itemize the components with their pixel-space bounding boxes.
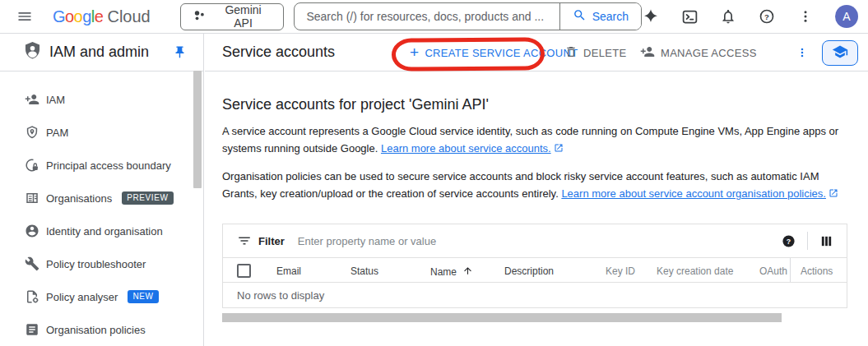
column-header-name-label: Name [430,266,457,278]
main-content: Service accounts for project 'Gemini API… [205,72,868,346]
manage-access-button-label: MANAGE ACCESS [661,47,757,59]
filter-help-icon[interactable]: ? [782,234,796,248]
org-policy-paragraph: Organisation policies can be used to sec… [222,168,854,203]
logo-letter: o [74,7,83,25]
sidebar-item-policy-troubleshooter[interactable]: Policy troubleshooter [0,247,203,280]
logo-letter: g [82,7,91,25]
global-search: Search [294,2,642,30]
horizontal-scrollbar-thumb[interactable] [222,313,782,322]
account-circle-icon [25,224,39,238]
horizontal-scrollbar [222,313,847,322]
more-vert-icon[interactable] [796,7,815,25]
content-header: Service accounts + CREATE SERVICE ACCOUN… [205,34,868,72]
intro-paragraph: A service account represents a Google Cl… [222,122,854,158]
topbar-actions: ? A [642,5,858,28]
header-more-vert-icon[interactable] [796,43,808,62]
logo-letter: G [53,7,65,25]
page-title: Service accounts [222,44,335,61]
avatar-letter: A [842,10,850,23]
project-name: Gemini API [215,3,272,30]
sidebar-item-pam[interactable]: PAM [0,116,203,149]
pin-icon[interactable] [173,45,187,59]
sidebar-item-label: Organisation policies [46,324,146,336]
search-button-label: Search [592,10,629,23]
filter-input[interactable] [298,235,782,247]
boundary-lock-icon [25,158,39,173]
manage-access-button[interactable]: MANAGE ACCESS [640,34,757,72]
project-selector[interactable]: Gemini API [180,3,285,30]
graduation-cap-icon [832,44,848,63]
column-header-description[interactable]: Description [504,265,554,277]
person-add-icon [25,92,39,107]
column-header-key-id[interactable]: Key ID [606,265,635,277]
sidebar-item-label: Policy analyser [46,291,118,303]
column-header-name[interactable]: Name [430,265,473,279]
trash-icon [564,45,578,61]
search-button[interactable]: Search [559,3,641,30]
sidebar-item-label: IAM [46,94,65,106]
column-header-status[interactable]: Status [350,265,378,277]
gemini-sparkle-icon[interactable] [642,7,660,25]
sidebar-header: IAM and admin [0,34,203,72]
header-column-divider [790,258,791,282]
notifications-bell-icon[interactable] [719,7,737,25]
organisation-icon [25,191,39,205]
sidebar-item-label: Organisations [46,192,112,205]
article-icon [25,322,39,337]
table-header-row: Email Status Name Description Key ID Key… [222,257,847,283]
sidebar-item-iam[interactable]: IAM [0,83,203,116]
plus-icon: + [410,44,419,60]
search-icon [573,8,587,25]
sidebar-item-organisations[interactable]: Organisations PREVIEW [0,182,203,215]
sidebar-item-label: PAM [46,127,68,139]
help-icon[interactable]: ? [758,7,776,25]
svg-text:?: ? [787,237,791,245]
column-header-actions: Actions [801,265,833,277]
top-app-bar: Google Cloud Gemini API Search ? [0,0,868,34]
account-avatar[interactable]: A [835,5,858,28]
filter-label: Filter [258,235,285,247]
filter-divider [807,232,808,250]
section-heading: Service accounts for project 'Gemini API… [222,96,489,113]
external-link-icon [554,141,564,158]
delete-button-label: DELETE [583,47,626,59]
sort-arrow-up-icon [462,265,473,279]
project-icon [193,8,207,25]
learn-more-org-policies-link[interactable]: Learn more about service account organis… [561,187,826,200]
sidebar-item-identity-and-organisation[interactable]: Identity and organisation [0,215,203,247]
column-display-icon[interactable] [819,234,833,248]
column-header-oauth[interactable]: OAuth [759,265,789,277]
create-service-account-button[interactable]: + CREATE SERVICE ACCOUNT [410,34,578,72]
logo-cloud-text: Cloud [107,7,150,26]
search-input[interactable] [295,10,559,23]
sidebar-scrollbar[interactable] [193,71,202,188]
svg-text:?: ? [764,12,769,21]
filter-icon[interactable] [237,233,252,248]
empty-table-row: No rows to display [222,283,847,308]
sidebar: IAM and admin IAM PAM Principal access b… [0,34,204,346]
delete-button[interactable]: DELETE [564,34,626,72]
sidebar-item-label: Identity and organisation [46,225,163,238]
cloud-shell-icon[interactable] [680,7,699,25]
sidebar-item-label: Principal access boundary [46,159,171,172]
select-all-checkbox[interactable] [237,264,251,278]
sidebar-item-principal-access-boundary[interactable]: Principal access boundary [0,149,203,182]
shield-pin-icon [25,125,39,140]
iam-shield-icon [22,40,43,64]
learning-button[interactable] [822,40,858,66]
logo-letter: o [65,7,74,25]
sidebar-item-label: Policy troubleshooter [46,258,146,270]
logo-letter: e [95,7,104,25]
empty-message: No rows to display [237,289,324,302]
column-header-email[interactable]: Email [276,265,301,277]
sidebar-title: IAM and admin [49,44,149,61]
preview-badge: PREVIEW [122,191,173,205]
sidebar-item-policy-analyser[interactable]: Policy analyser NEW [0,280,203,313]
learn-more-service-accounts-link[interactable]: Learn more about service accounts. [381,142,551,155]
service-accounts-table: Filter ? Email Status Name Description K… [222,224,847,322]
column-header-key-creation-date[interactable]: Key creation date [657,265,733,277]
menu-icon[interactable] [15,7,35,26]
manage-access-icon [640,44,655,62]
filter-bar: Filter ? [222,224,847,257]
sidebar-item-organisation-policies[interactable]: Organisation policies [0,313,203,346]
